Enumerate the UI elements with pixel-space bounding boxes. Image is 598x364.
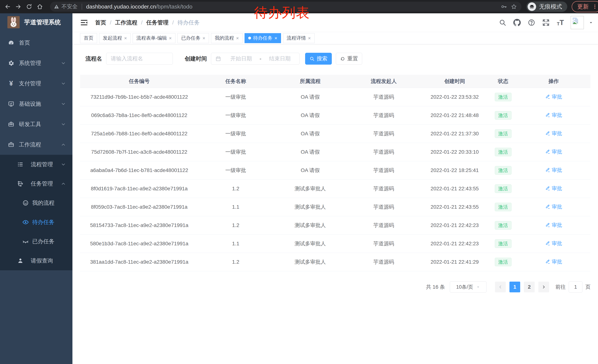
process-name-input[interactable]: 请输入流程名 <box>106 53 173 65</box>
password-key-button[interactable] <box>499 2 509 12</box>
red-annotation-text: 待办列表 <box>254 4 310 22</box>
status-badge: 激活 <box>495 166 512 175</box>
approve-link[interactable]: 审批 <box>545 203 562 210</box>
incognito-label: 无痕模式 <box>539 3 562 11</box>
approve-link[interactable]: 审批 <box>545 185 562 192</box>
next-page-button[interactable] <box>538 282 549 292</box>
avatar[interactable] <box>571 16 584 29</box>
github-button[interactable] <box>513 18 521 27</box>
sidebar-collapse-button[interactable] <box>79 18 89 27</box>
approve-link[interactable]: 审批 <box>545 93 562 100</box>
browser-update-button[interactable]: 更新 <box>572 1 598 12</box>
approve-link[interactable]: 审批 <box>545 130 562 137</box>
sidebar-item-流程管理[interactable]: 流程管理 <box>0 155 72 174</box>
approve-link[interactable]: 审批 <box>545 167 562 174</box>
status-badge: 激活 <box>495 203 512 211</box>
close-tab-icon[interactable]: × <box>236 36 239 40</box>
bookmark-star-button[interactable] <box>509 2 519 12</box>
page-button-2[interactable]: 2 <box>524 282 535 292</box>
sidebar-item-工作流程[interactable]: 工作流程 <box>0 134 72 155</box>
sidebar-item-任务管理[interactable]: 任务管理 <box>0 174 72 193</box>
tab-已办任务[interactable]: 已办任务× <box>177 33 209 43</box>
goto-page-input[interactable]: 1 <box>569 281 582 292</box>
sidebar-item-label: 任务管理 <box>31 180 61 187</box>
sidebar-item-系统管理[interactable]: 系统管理 <box>0 53 72 73</box>
filter-bar: 流程名 请输入流程名 创建时间 开始日期 - 结束日期 搜索 重置 <box>85 53 362 65</box>
approve-link[interactable]: 审批 <box>545 112 562 119</box>
sidebar-item-首页[interactable]: 首页 <box>0 32 72 53</box>
chevron-up-icon <box>61 142 66 147</box>
cell-process: OA 请假 <box>273 112 347 119</box>
sidebar-item-label: 工作流程 <box>19 141 61 148</box>
app-logo-row[interactable]: 芋道管理系统 <box>0 13 72 31</box>
search-button[interactable] <box>498 18 507 27</box>
approve-link[interactable]: 审批 <box>545 148 562 155</box>
help-button[interactable] <box>527 18 536 27</box>
approve-link[interactable]: 审批 <box>545 222 562 229</box>
close-tab-icon[interactable]: × <box>124 36 127 40</box>
site-security-indicator[interactable]: 不安全 <box>54 3 78 10</box>
tab-首页[interactable]: 首页 <box>80 33 97 43</box>
browser-home-button[interactable] <box>34 1 45 12</box>
edit-pencil-icon <box>545 131 550 136</box>
breadcrumb-item-首页[interactable]: 首页 <box>95 19 106 26</box>
avatar-caret-icon[interactable] <box>589 20 593 25</box>
sidebar-item-已办任务[interactable]: 已办任务 <box>0 232 72 251</box>
date-range-input[interactable]: 开始日期 - 结束日期 <box>211 53 299 65</box>
tab-我的流程[interactable]: 我的流程× <box>211 33 242 43</box>
cell-time: 2022-01-21 22:43:55 <box>420 204 490 210</box>
close-tab-icon[interactable]: × <box>202 36 205 40</box>
approve-link-label: 审批 <box>552 203 562 210</box>
tab-发起流程[interactable]: 发起流程× <box>99 33 131 43</box>
cell-name: 一级审批 <box>199 130 273 137</box>
edit-pencil-icon <box>545 259 550 264</box>
tab-流程详情[interactable]: 流程详情× <box>283 33 315 43</box>
calendar-icon <box>215 56 221 62</box>
search-button-label: 搜索 <box>317 55 328 62</box>
browser-back-button[interactable] <box>2 1 13 12</box>
browser-reload-button[interactable] <box>24 1 34 12</box>
browser-forward-button[interactable] <box>13 1 24 12</box>
cell-id: a6aba0a4-7b6d-11ec-b781-acde48001122 <box>80 167 199 173</box>
cell-status: 激活 <box>489 203 517 211</box>
font-size-button[interactable]: TT <box>556 18 565 27</box>
reset-button[interactable]: 重置 <box>336 53 362 65</box>
sidebar-item-待办任务[interactable]: 待办任务 <box>0 212 72 232</box>
update-label: 更新 <box>577 3 589 11</box>
goto-label: 前往 <box>555 283 566 291</box>
breadcrumb-item-工作流程[interactable]: 工作流程 <box>115 19 137 26</box>
close-tab-icon[interactable]: × <box>308 36 311 40</box>
tab-流程表单-编辑[interactable]: 流程表单-编辑× <box>133 33 175 43</box>
edit-pencil-icon <box>545 168 550 173</box>
sidebar-item-基础设施[interactable]: 基础设施 <box>0 94 72 114</box>
page-size-select[interactable]: 10条/页 <box>450 281 486 292</box>
close-tab-icon[interactable]: × <box>274 36 277 40</box>
breadcrumb-item-任务管理[interactable]: 任务管理 <box>146 19 169 26</box>
sidebar-item-我的流程[interactable]: 我的流程 <box>0 193 72 212</box>
broken-image-icon <box>572 17 580 25</box>
prev-page-button[interactable] <box>495 282 506 292</box>
sidebar-item-研发工具[interactable]: 研发工具 <box>0 114 72 134</box>
cell-status: 激活 <box>489 239 517 248</box>
approve-link[interactable]: 审批 <box>545 258 562 265</box>
cell-action: 审批 <box>517 203 590 211</box>
search-submit-button[interactable]: 搜索 <box>305 53 332 65</box>
sidebar-item-label: 系统管理 <box>19 59 61 67</box>
column-header-创建时间: 创建时间 <box>420 78 490 85</box>
tab-label: 发起流程 <box>103 35 122 41</box>
page-button-1[interactable]: 1 <box>509 282 520 292</box>
tab-待办任务[interactable]: 待办任务× <box>245 33 281 43</box>
approve-link[interactable]: 审批 <box>545 240 562 247</box>
sidebar-item-请假查询[interactable]: 请假查询 <box>0 251 72 270</box>
close-tab-icon[interactable]: × <box>169 36 172 40</box>
github-icon <box>513 19 521 26</box>
cell-id: 580e1b3d-7ac8-11ec-a9e2-a2380e71991a <box>80 241 199 247</box>
column-header-状态: 状态 <box>489 78 517 85</box>
fullscreen-button[interactable] <box>542 18 550 27</box>
cell-status: 激活 <box>489 111 517 120</box>
cell-starter: 芋道源码 <box>348 259 420 266</box>
cell-time: 2022-01-21 22:41:29 <box>420 259 490 265</box>
kebab-menu-icon[interactable] <box>592 4 598 9</box>
chevron-down-icon <box>61 81 66 86</box>
sidebar-item-支付管理[interactable]: ¥支付管理 <box>0 73 72 94</box>
